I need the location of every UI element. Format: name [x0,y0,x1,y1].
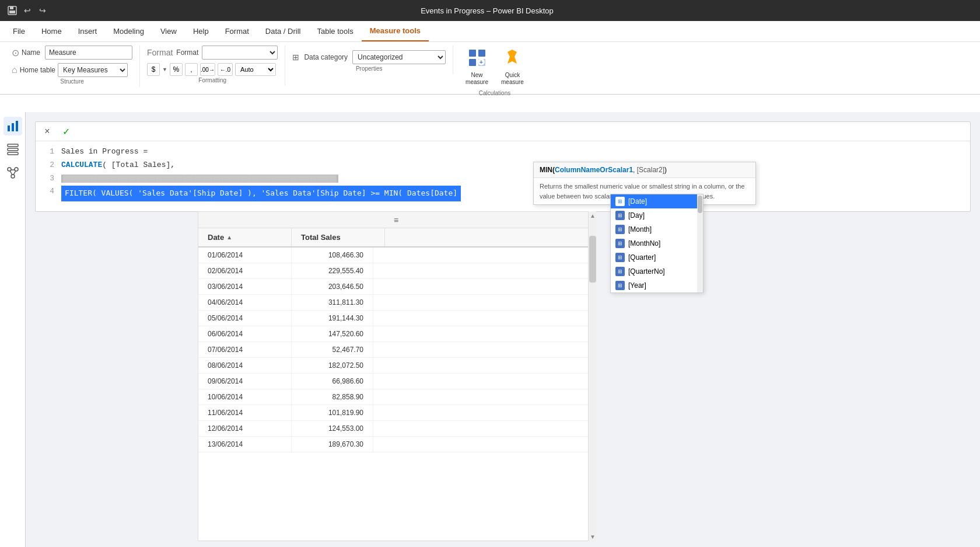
code-line-3: 3 ▓▓▓▓▓▓▓▓▓▓▓▓▓▓▓▓▓▓▓▓▓▓▓▓▓▓▓▓▓▓▓▓▓▓▓▓▓▓… [43,173,963,185]
tab-datadrill[interactable]: Data / Drill [257,21,309,41]
table-row: 08/06/2014 182,072.50 [198,358,594,374]
decimal-increase-button[interactable]: .00→ [200,63,215,76]
ac-item-monthno[interactable]: ⊞ [MonthNo] [611,236,703,250]
tab-tabletools[interactable]: Table tools [309,21,361,41]
table-cell-sales: 66,986.60 [292,374,373,389]
table-scrollbar-thumb [589,236,596,283]
tab-modeling[interactable]: Modeling [105,21,152,41]
title-bar-icons: ↩ ↪ [7,5,48,16]
ribbon-group-calculations: + New measure [453,46,536,99]
code-editor[interactable]: 1 Sales in Progress = 2 CALCULATE( [Tota… [36,141,970,211]
tooltip-param1: ColumnNameOrScalar1 [555,166,633,174]
data-category-label: Data category [304,53,348,61]
svg-rect-14 [8,152,18,155]
table-rows: 01/06/2014 108,466.30 02/06/2014 229,555… [198,248,594,541]
table-cell-date: 11/06/2014 [198,405,292,420]
formula-editor: × ✓ 1 Sales in Progress = 2 CALCULATE( [… [35,121,971,212]
ac-icon-month: ⊞ [615,225,625,234]
table-cell-date: 09/06/2014 [198,374,292,389]
tab-file[interactable]: File [5,21,33,41]
table-row: 12/06/2014 124,553.00 [198,421,594,437]
format-label: Format [147,48,173,57]
svg-point-16 [15,168,18,171]
table-cell-date: 05/06/2014 [198,311,292,326]
ac-item-quarterno[interactable]: ⊞ [QuarterNo] [611,264,703,278]
home-table-select[interactable]: Key Measures [58,63,128,77]
svg-rect-3 [469,50,476,57]
scrollbar-up-icon[interactable]: ▲ [590,212,596,219]
table-row: 03/06/2014 203,646.50 [198,279,594,295]
scrollbar-down-icon[interactable]: ▼ [590,534,596,540]
code-text-4-selected: FILTER( VALUES( 'Sales Data'[Ship Date] … [61,186,461,201]
ribbon-area: File Home Insert Modeling View Help Form… [0,21,980,112]
ribbon-group-formatting: Format Format $ ▼ % , .00→ ←. [140,46,285,86]
auto-select[interactable]: Auto [235,63,276,76]
sidebar-icon-report[interactable] [4,117,22,135]
code-line-4: 4 FILTER( VALUES( 'Sales Data'[Ship Date… [43,186,963,201]
ribbon-body: ⊙ Name ⌂ Home table Key Measures [0,42,980,95]
ac-item-year[interactable]: ⊞ [Year] [611,278,703,292]
dollar-button[interactable]: $ [147,63,160,76]
title-bar-title: Events in Progress – Power BI Desktop [421,6,554,15]
line-num-1: 1 [43,146,54,158]
autocomplete-list: ⊞ [Date] ⊞ [Day] ⊞ [Month] ⊞ [MonthNo] [610,194,704,293]
code-line-2: 2 CALCULATE( [Total Sales], [43,159,963,172]
table-cell-sales: 101,819.90 [292,405,373,420]
undo-icon[interactable]: ↩ [22,5,33,16]
redo-icon[interactable]: ↪ [37,5,48,16]
table-cell-date: 04/06/2014 [198,295,292,310]
format-select[interactable] [202,46,278,60]
table-toolbar-icon-1: ≡ [394,215,398,225]
comma-button[interactable]: , [185,63,198,76]
ac-item-day[interactable]: ⊞ [Day] [611,208,703,222]
tab-view[interactable]: View [152,21,185,41]
name-input[interactable] [45,46,132,60]
table-vertical-scrollbar[interactable]: ▲ ▼ [588,211,596,541]
table-row: 04/06/2014 311,811.30 [198,295,594,311]
quick-measure-button[interactable]: Quick measure [496,46,529,89]
ac-label-monthno: [MonthNo] [628,239,660,248]
svg-point-17 [11,175,15,178]
name-icon: ⊙ [12,47,19,58]
new-measure-button[interactable]: + New measure [460,46,494,89]
ac-scrollbar[interactable] [697,194,703,292]
percent-button[interactable]: % [170,63,183,76]
cancel-button[interactable]: × [40,124,54,138]
structure-group-label: Structure [60,78,84,85]
ac-icon-day: ⊞ [615,211,625,220]
tooltip-func: MIN( [540,166,555,174]
svg-rect-5 [469,59,476,66]
save-icon[interactable] [7,5,18,16]
ac-label-year: [Year] [628,281,646,290]
ac-item-date[interactable]: ⊞ [Date] [611,194,703,208]
ac-item-quarter[interactable]: ⊞ [Quarter] [611,250,703,264]
table-row: 11/06/2014 101,819.90 [198,405,594,421]
ribbon-tabs: File Home Insert Modeling View Help Form… [0,21,980,42]
confirm-button[interactable]: ✓ [59,124,73,138]
tab-home[interactable]: Home [33,21,70,41]
table-cell-date: 13/06/2014 [198,437,292,452]
sidebar-icon-model[interactable] [4,163,22,182]
data-category-select[interactable]: Uncategorized [352,50,446,64]
quick-measure-icon [503,48,522,71]
table-cell-sales: 311,811.30 [292,295,373,310]
svg-line-19 [10,171,12,175]
table-cell-date: 07/06/2014 [198,342,292,357]
tab-insert[interactable]: Insert [70,21,106,41]
table-cell-sales: 124,553.00 [292,421,373,436]
line-num-2: 2 [43,159,54,172]
table-cell-sales: 108,466.30 [292,248,373,263]
table-row: 10/06/2014 82,858.90 [198,389,594,405]
home-table-icon: ⌂ [12,65,18,75]
code-text-3: ▓▓▓▓▓▓▓▓▓▓▓▓▓▓▓▓▓▓▓▓▓▓▓▓▓▓▓▓▓▓▓▓▓▓▓▓▓▓▓▓… [61,173,341,185]
sidebar-icon-data[interactable] [4,140,22,159]
svg-rect-12 [8,144,18,147]
app-container: ↩ ↪ Events in Progress – Power BI Deskto… [0,0,980,547]
decimal-decrease-button[interactable]: ←.0 [218,63,233,76]
table-cell-sales: 189,670.30 [292,437,373,452]
tab-measuretools[interactable]: Measure tools [362,21,429,41]
ac-item-month[interactable]: ⊞ [Month] [611,222,703,236]
tab-format[interactable]: Format [217,21,257,41]
tab-help[interactable]: Help [185,21,217,41]
format-text: Format [176,48,198,57]
